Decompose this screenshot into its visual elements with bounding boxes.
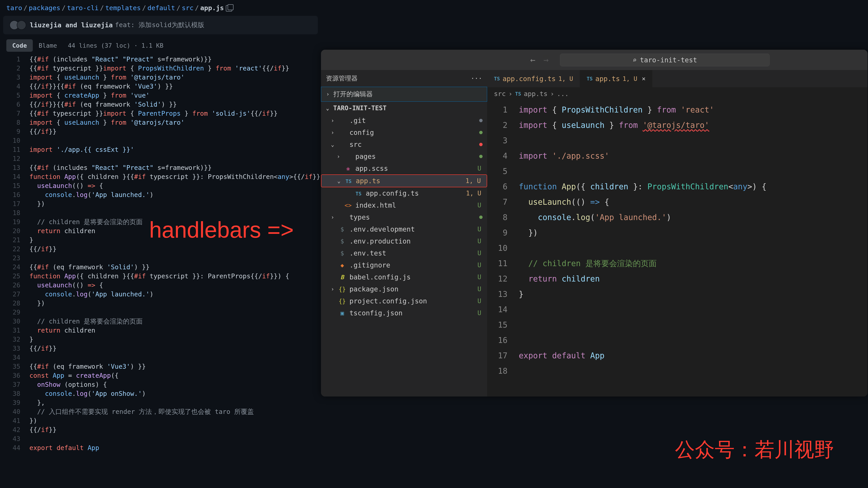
code-line[interactable]: 7{{#if typescript }}import { ParentProps… bbox=[0, 109, 321, 118]
code-line[interactable]: 43 bbox=[0, 434, 321, 444]
editor-line[interactable]: 11 // children 是将要会渲染的页面 bbox=[487, 256, 868, 271]
code-line[interactable]: 17 }) bbox=[0, 199, 321, 208]
editor-line[interactable]: 12 return children bbox=[487, 271, 868, 287]
tree-item[interactable]: Bbabel.config.jsU bbox=[321, 271, 487, 283]
avatar[interactable] bbox=[17, 20, 26, 30]
editor-line[interactable]: 7 useLaunch(() => { bbox=[487, 194, 868, 210]
code-line[interactable]: 44export default App bbox=[0, 444, 321, 453]
code-line[interactable]: 12 bbox=[0, 154, 321, 163]
code-line[interactable]: 10 bbox=[0, 136, 321, 145]
tree-item[interactable]: ❀app.scssU bbox=[321, 162, 487, 174]
code-line[interactable]: 39 }, bbox=[0, 398, 321, 408]
tree-item[interactable]: $.env.developmentU bbox=[321, 223, 487, 235]
editor-content[interactable]: 1import { PropsWithChildren } from 'reac… bbox=[487, 100, 868, 396]
tree-item[interactable]: ›{}package.jsonU bbox=[321, 283, 487, 295]
breadcrumb-link[interactable]: taro-cli bbox=[67, 4, 98, 12]
breadcrumb-link[interactable]: packages bbox=[29, 4, 60, 12]
code-line[interactable]: 11import './app.{{ cssExt }}' bbox=[0, 145, 321, 154]
editor-line[interactable]: 2import { useLaunch } from '@tarojs/taro… bbox=[487, 118, 868, 133]
code-line[interactable]: 3import { useLaunch } from '@tarojs/taro… bbox=[0, 73, 321, 82]
code-line[interactable]: 33{{/if}} bbox=[0, 344, 321, 353]
code-line[interactable]: 16 console.log('App launched.') bbox=[0, 191, 321, 199]
code-line[interactable]: 14function App({ children }{{#if typescr… bbox=[0, 172, 321, 182]
editor-line[interactable]: 16 bbox=[487, 332, 868, 348]
code-view[interactable]: 1{{#if (includes "React" "Preact" s=fram… bbox=[0, 53, 321, 488]
commit-authors[interactable]: liuzejia and liuzejia bbox=[30, 21, 113, 29]
tree-item[interactable]: $.env.productionU bbox=[321, 235, 487, 247]
editor-line[interactable]: 9 }) bbox=[487, 225, 868, 240]
more-icon[interactable]: ··· bbox=[471, 75, 482, 82]
editor-line[interactable]: 10 bbox=[487, 240, 868, 256]
crumb[interactable]: ... bbox=[557, 90, 569, 98]
nav-back-icon[interactable]: ← bbox=[530, 55, 535, 65]
code-line[interactable]: 4{{/if}}{{#if (eq framework 'Vue3') }} bbox=[0, 82, 321, 91]
tree-item[interactable]: TSapp.config.ts1, U bbox=[321, 187, 487, 199]
code-line[interactable]: 29 bbox=[0, 308, 321, 317]
editor-line[interactable]: 15 bbox=[487, 317, 868, 332]
code-line[interactable]: 42{{/if}} bbox=[0, 425, 321, 434]
code-line[interactable]: 32} bbox=[0, 335, 321, 344]
code-line[interactable]: 31 return children bbox=[0, 326, 321, 335]
code-line[interactable]: 1{{#if (includes "React" "Preact" s=fram… bbox=[0, 55, 321, 64]
tree-item[interactable]: $.env.testU bbox=[321, 247, 487, 259]
code-line[interactable]: 38 console.log('App onShow.') bbox=[0, 389, 321, 398]
tree-item[interactable]: {}project.config.jsonU bbox=[321, 295, 487, 307]
code-line[interactable]: 18 bbox=[0, 208, 321, 218]
crumb[interactable]: app.ts bbox=[524, 90, 548, 98]
commit-bar[interactable]: liuzejia and liuzejia feat: 添加solid为默认模版 bbox=[3, 16, 318, 34]
editor-line[interactable]: 8 console.log('App launched.') bbox=[487, 210, 868, 225]
open-editors-section[interactable]: › 打开的编辑器 bbox=[321, 87, 487, 102]
editor-line[interactable]: 14 bbox=[487, 302, 868, 317]
code-line[interactable]: 15 useLaunch(() => { bbox=[0, 182, 321, 191]
code-line[interactable]: 5import { createApp } from 'vue' bbox=[0, 91, 321, 100]
editor-line[interactable]: 4import './app.scss' bbox=[487, 148, 868, 164]
copy-path-icon[interactable] bbox=[226, 5, 232, 11]
tab-blame[interactable]: Blame bbox=[33, 39, 63, 52]
tree-item[interactable]: ◆.gitignoreU bbox=[321, 259, 487, 271]
code-line[interactable]: 36const App = createApp({ bbox=[0, 371, 321, 380]
tree-item[interactable]: ▣tsconfig.jsonU bbox=[321, 307, 487, 319]
tree-item[interactable]: <>index.htmlU bbox=[321, 199, 487, 211]
code-line[interactable]: 8import { useLaunch } from '@tarojs/taro… bbox=[0, 118, 321, 127]
code-line[interactable]: 28 }) bbox=[0, 299, 321, 308]
project-section[interactable]: ⌄ TARO-INIT-TEST bbox=[321, 102, 487, 115]
code-line[interactable]: 41}) bbox=[0, 416, 321, 425]
code-line[interactable]: 26 useLaunch(() => { bbox=[0, 281, 321, 290]
code-line[interactable]: 23 bbox=[0, 254, 321, 263]
editor-line[interactable]: 17export default App bbox=[487, 348, 868, 363]
editor-line[interactable]: 3 bbox=[487, 133, 868, 148]
code-line[interactable]: 40 // 入口组件不需要实现 render 方法，即使实现了也会被 taro … bbox=[0, 408, 321, 416]
code-line[interactable]: 27 console.log('App launched.') bbox=[0, 290, 321, 299]
code-line[interactable]: 37 onShow (options) { bbox=[0, 380, 321, 389]
code-line[interactable]: 9{{/if}} bbox=[0, 127, 321, 136]
editor-line[interactable]: 1import { PropsWithChildren } from 'reac… bbox=[487, 102, 868, 118]
editor-line[interactable]: 18 bbox=[487, 363, 868, 379]
tree-item[interactable]: ›.git bbox=[321, 115, 487, 127]
code-line[interactable]: 6{{/if}}{{#if (eq framework 'Solid') }} bbox=[0, 100, 321, 109]
close-icon[interactable]: × bbox=[642, 75, 646, 83]
commit-message[interactable]: feat: 添加solid为默认模版 bbox=[115, 21, 204, 30]
editor-breadcrumb[interactable]: src › TS app.ts › ... bbox=[487, 87, 868, 100]
breadcrumb-link[interactable]: default bbox=[147, 4, 175, 12]
code-line[interactable]: 22{{/if}} bbox=[0, 245, 321, 254]
editor-line[interactable]: 13} bbox=[487, 287, 868, 302]
tab-code[interactable]: Code bbox=[6, 39, 33, 52]
breadcrumb-link[interactable]: src bbox=[182, 4, 193, 12]
editor-line[interactable]: 5 bbox=[487, 164, 868, 179]
code-line[interactable]: 30 // children 是将要会渲染的页面 bbox=[0, 317, 321, 326]
code-line[interactable]: 35{{#if (eq framework 'Vue3') }} bbox=[0, 362, 321, 371]
command-center[interactable]: ⌕ taro-init-test bbox=[560, 54, 770, 66]
code-line[interactable]: 24{{#if (eq framework 'Solid') }} bbox=[0, 263, 321, 272]
breadcrumb-link[interactable]: taro bbox=[6, 4, 22, 12]
breadcrumb-link[interactable]: templates bbox=[105, 4, 141, 12]
tree-item[interactable]: ›config bbox=[321, 127, 487, 138]
editor-tab[interactable]: TSapp.config.ts1, U bbox=[487, 70, 580, 87]
tree-item[interactable]: ⌄TSapp.ts1, U bbox=[321, 174, 487, 187]
code-line[interactable]: 25function App({ children }{{#if typescr… bbox=[0, 272, 321, 281]
code-line[interactable]: 13{{#if (includes "React" "Preact" s=fra… bbox=[0, 163, 321, 172]
code-line[interactable]: 34 bbox=[0, 353, 321, 362]
crumb[interactable]: src bbox=[494, 90, 506, 98]
code-line[interactable]: 2{{#if typescript }}import { PropsWithCh… bbox=[0, 64, 321, 73]
editor-tab[interactable]: TSapp.ts1, U× bbox=[580, 70, 652, 87]
tree-item[interactable]: ›types bbox=[321, 211, 487, 223]
